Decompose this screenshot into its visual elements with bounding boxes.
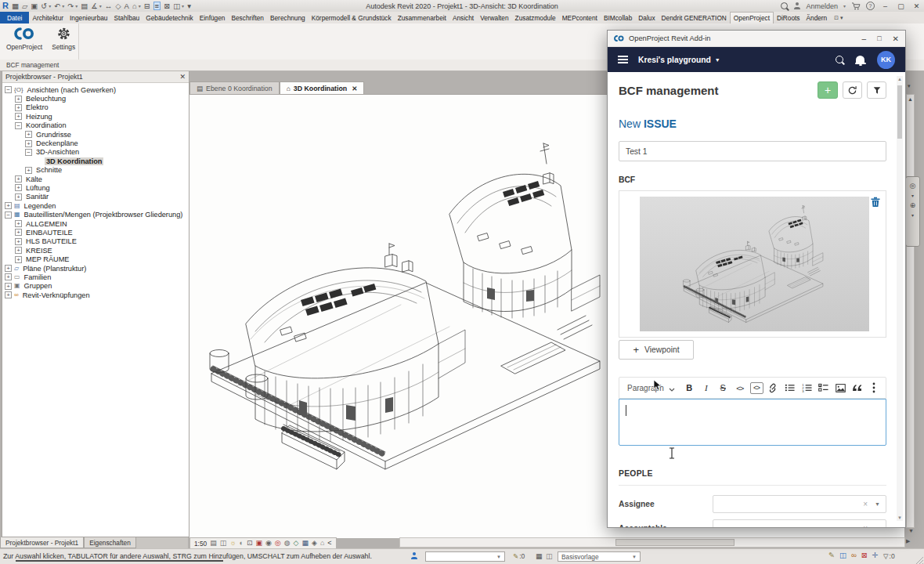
tree-expander-icon[interactable]: + (15, 238, 22, 245)
project-browser-close-icon[interactable]: ✕ (179, 73, 186, 81)
tree-item-familien[interactable]: +▭Familien (2, 273, 189, 281)
workset-select[interactable]: ▼ (425, 551, 505, 562)
tree-item-koordination[interactable]: −Koordination (2, 121, 189, 130)
tree-expander-icon[interactable]: − (15, 122, 22, 129)
scroll-up-icon[interactable]: ▲ (897, 77, 903, 81)
scroll-right-icon[interactable]: ▶ (906, 538, 910, 544)
tree-expander-icon[interactable]: + (15, 184, 22, 191)
ribbon-tab-einfügen[interactable]: Einfügen (197, 12, 229, 24)
design-option-select[interactable]: Basisvorlage▼ (558, 551, 641, 562)
open-file-icon[interactable]: ▱ (22, 2, 27, 10)
scroll-down-icon[interactable]: ▼ (908, 528, 914, 533)
worksharing-display-icon[interactable]: ◇ (294, 540, 299, 547)
print-icon[interactable]: ▤ (81, 2, 88, 10)
tree-item-schnitte[interactable]: +Schnitte (2, 166, 189, 175)
tree-item-kreise[interactable]: +KREISE (2, 246, 189, 255)
switch-windows-icon[interactable]: ◫ (173, 2, 180, 10)
collapse-icon[interactable]: < (327, 540, 331, 547)
section-icon[interactable]: ⊟ (144, 2, 150, 10)
search-icon[interactable] (781, 2, 788, 9)
tree-expander-icon[interactable]: − (5, 86, 12, 93)
tree-item-einbauteile[interactable]: +EINBAUTEILE (2, 228, 189, 237)
dialog-maximize-button[interactable]: □ (877, 34, 881, 42)
code-block-icon[interactable]: <> (750, 382, 763, 394)
ribbon-tab-ansicht[interactable]: Ansicht (449, 12, 477, 24)
tree-expander-icon[interactable]: + (15, 220, 22, 227)
numbered-list-icon[interactable]: 123 (799, 380, 816, 396)
tree-expander-icon[interactable]: + (5, 291, 12, 298)
tree-item-deckenpläne[interactable]: +Deckenpläne (2, 139, 189, 147)
todo-list-icon[interactable] (815, 380, 832, 396)
tree-item-legenden[interactable]: +▤Legenden (2, 201, 189, 210)
ribbon-tab-bimcollab[interactable]: BIMcollab (601, 12, 635, 24)
tree-expander-icon[interactable]: − (25, 149, 32, 156)
horizontal-scroll-thumb[interactable] (615, 539, 735, 546)
openproject-button[interactable]: OpenProject (6, 27, 42, 60)
crop-view-icon[interactable]: ⊡ (247, 540, 253, 547)
redo-icon[interactable]: ↷ (67, 2, 74, 10)
tree-expander-icon[interactable]: + (15, 193, 22, 201)
scroll-up-icon[interactable]: ▲ (908, 96, 913, 102)
tree-expander-icon[interactable]: + (25, 131, 32, 138)
shadows-icon[interactable]: ◐ (239, 540, 243, 547)
signin-dropdown-icon[interactable]: ▾ (843, 3, 846, 9)
link-icon[interactable] (765, 380, 782, 396)
restore-button[interactable]: ▢ (896, 2, 906, 10)
tree-item-bauteillisten-mengen-projektbrowser-gliederung[interactable]: −▦Bauteillisten/Mengen (Projektbrowser G… (2, 210, 189, 219)
view-tab-overflow-icon[interactable]: ▾ (908, 83, 911, 89)
redo-dropdown-icon[interactable]: ▾ (75, 3, 78, 9)
tree-expander-icon[interactable]: + (15, 104, 22, 111)
image-icon[interactable] (832, 380, 850, 396)
default-3d-view-icon[interactable]: ⌂ (132, 2, 137, 10)
block-quote-icon[interactable] (849, 380, 866, 396)
steering-wheel-icon[interactable]: ◎ (910, 182, 916, 190)
tree-expander-icon[interactable]: + (15, 229, 22, 236)
synchronize-dropdown-icon[interactable]: ▾ (49, 3, 51, 9)
menu-icon[interactable] (618, 59, 628, 60)
worksets-icon[interactable]: ✎ (828, 551, 835, 559)
measure-dropdown-icon[interactable]: ▾ (99, 3, 102, 9)
tree-item-mep-räume[interactable]: +MEP RÄUME (2, 255, 189, 263)
crop-region-icon[interactable]: ▣ (255, 540, 262, 547)
main-model-icon[interactable]: ◫ (546, 552, 553, 560)
scroll-down-icon[interactable]: ▼ (897, 515, 903, 520)
bottom-tab-projektbrowser[interactable]: Projektbrowser - Projekt1 (0, 537, 84, 548)
dialog-close-button[interactable]: ✕ (893, 34, 899, 43)
close-inactive-windows-icon[interactable]: ⊠ (164, 2, 170, 10)
tree-expander-icon[interactable]: + (5, 273, 12, 280)
temporary-hide-icon[interactable]: ◎ (275, 540, 281, 547)
tree-item-ansichten-nach-gewerken[interactable]: −{O}Ansichten (nach Gewerken) (2, 85, 189, 94)
ribbon-tab-körpermodell-grundstück[interactable]: Körpermodell & Grundstück (309, 12, 395, 24)
canvas-vertical-scrollbar[interactable] (906, 94, 915, 528)
view-scale[interactable]: 1:50 (194, 540, 207, 548)
search-icon[interactable] (836, 56, 843, 63)
tree-item-kälte[interactable]: +Kälte (2, 175, 189, 183)
tree-expander-icon[interactable]: + (25, 140, 32, 147)
ribbon-tab-beschriften[interactable]: Beschriften (228, 12, 267, 24)
ribbon-tab-zusammenarbeit[interactable]: Zusammenarbeit (395, 12, 449, 24)
account-icon[interactable] (793, 2, 800, 9)
new-window-icon[interactable]: ▦ (12, 2, 19, 10)
zoom-tool-icon[interactable]: ⊕ (910, 201, 916, 209)
tree-item-pläne-planstruktur[interactable]: +▱Pläne (Planstruktur) (2, 264, 189, 273)
resize-grip[interactable] (915, 556, 923, 564)
dialog-titlebar[interactable]: OpenProject Revit Add-in – □ ✕ (608, 31, 905, 47)
tree-item-grundrisse[interactable]: +Grundrisse (2, 130, 189, 139)
description-editor[interactable] (619, 399, 886, 446)
displaced-elements-icon[interactable]: ◈ (312, 540, 317, 547)
close-button[interactable]: ✕ (911, 2, 922, 10)
tree-expander-icon[interactable]: + (5, 202, 12, 209)
add-viewpoint-button[interactable]: + Viewpoint (619, 340, 694, 360)
ribbon-tab-diroots[interactable]: DiRoots (774, 12, 803, 24)
view-tab-3d-koordination[interactable]: ⌂3D Koordination✕ (280, 81, 365, 94)
thin-lines-icon[interactable]: ≡ (153, 2, 161, 11)
zoom-dropdown-icon[interactable]: ▾ (911, 212, 914, 218)
measure-icon[interactable]: ∡ (91, 2, 98, 10)
bulleted-list-icon[interactable] (781, 380, 799, 396)
ribbon-tab-openproject[interactable]: OpenProject (730, 12, 774, 24)
bold-icon[interactable]: B (681, 380, 698, 396)
paragraph-select[interactable]: Paragraph (627, 384, 669, 392)
tree-item-gruppen[interactable]: +▣Gruppen (2, 282, 189, 291)
ribbon-tab-architektur[interactable]: Architektur (29, 12, 67, 24)
tree-item-3d-koordination[interactable]: 3D Koordination (2, 157, 189, 165)
